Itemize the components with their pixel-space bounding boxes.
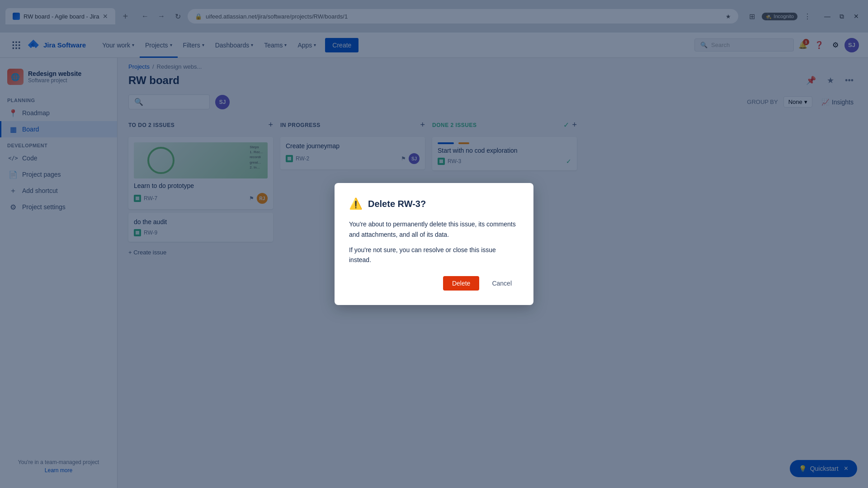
delete-button[interactable]: Delete <box>443 276 479 291</box>
modal-body: You're about to permanently delete this … <box>349 219 519 265</box>
delete-modal: ⚠️ Delete RW-3? You're about to permanen… <box>335 183 533 305</box>
modal-footer: Delete Cancel <box>349 276 519 291</box>
warning-icon: ⚠️ <box>349 197 363 210</box>
modal-body-line1: You're about to permanently delete this … <box>349 219 519 239</box>
modal-header: ⚠️ Delete RW-3? <box>349 197 519 210</box>
cancel-button[interactable]: Cancel <box>485 276 519 291</box>
modal-body-line2: If you're not sure, you can resolve or c… <box>349 245 519 265</box>
modal-title: Delete RW-3? <box>368 199 426 209</box>
modal-overlay[interactable]: ⚠️ Delete RW-3? You're about to permanen… <box>0 0 868 488</box>
